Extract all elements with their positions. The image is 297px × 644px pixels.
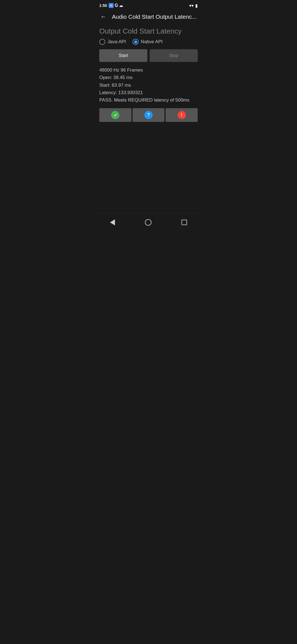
cloud-icon: ☁ [119,3,123,8]
calendar-icon: 31 [109,3,114,8]
recents-square-icon [182,220,187,225]
native-api-option[interactable]: Native API [133,39,163,45]
status-right: ▾▾ ▮ [189,3,198,8]
result-line-hz: 48000 Hz 96 Frames [99,66,198,74]
java-api-label: Java API [108,39,126,45]
start-button[interactable]: Start [99,49,147,62]
battery-icon: ▮ [195,3,198,8]
main-content: Output Cold Start Latency Java API Nativ… [95,25,202,213]
result-info: 48000 Hz 96 Frames Open: 38.45 ms Start:… [99,66,198,104]
top-nav: ← Audio Cold Start Output Latenc... [95,10,202,25]
native-api-label: Native API [141,39,163,45]
time-display: 1:50 [99,3,107,8]
java-api-radio[interactable] [99,39,105,45]
back-button[interactable]: ← [99,12,108,21]
question-icon: ? [144,111,153,119]
native-api-radio[interactable] [133,39,139,45]
api-radio-group: Java API Native API [99,39,198,45]
result-line-start: Start: 83.97 ms [99,81,198,89]
nav-home-button[interactable] [143,217,154,228]
fail-button[interactable]: ! [166,108,198,122]
status-buttons: ✓ ? ! [99,108,198,122]
status-icons: 31 G ☁ [109,3,123,8]
home-circle-icon [145,219,152,226]
result-line-open: Open: 38.45 ms [99,74,198,81]
back-triangle-icon [110,219,115,225]
status-bar: 1:50 31 G ☁ ▾▾ ▮ [95,0,202,10]
pass-icon: ✓ [111,111,119,119]
pass-button[interactable]: ✓ [99,108,131,122]
page-title: Audio Cold Start Output Latenc... [112,13,198,20]
java-api-option[interactable]: Java API [99,39,126,45]
result-line-pass: PASS. Meets REQUIRED latency of 500ms [99,96,198,104]
stop-button[interactable]: Stop [150,49,198,62]
fail-icon: ! [178,111,186,119]
nav-bar [95,213,202,232]
section-title: Output Cold Start Latency [99,27,198,36]
result-line-latency: Latency: 133.930321 [99,89,198,96]
control-buttons: Start Stop [99,49,198,62]
nav-back-button[interactable] [108,217,117,228]
question-button[interactable]: ? [133,108,165,122]
google-icon: G [115,3,118,8]
status-left: 1:50 31 G ☁ [99,3,123,8]
wifi-icon: ▾▾ [189,3,194,8]
nav-recents-button[interactable] [179,217,189,227]
